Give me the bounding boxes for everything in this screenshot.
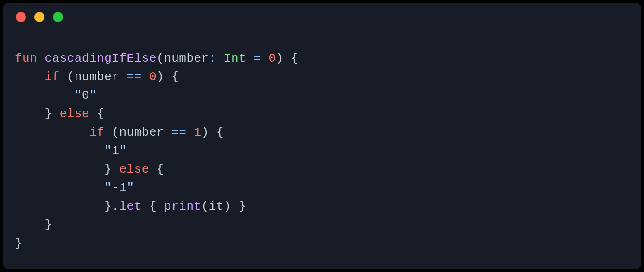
- type-int: Int: [224, 51, 246, 65]
- fn-print: print: [164, 199, 202, 213]
- minimize-icon[interactable]: [34, 12, 44, 22]
- dot-op: .: [112, 199, 119, 213]
- titlebar: [3, 3, 641, 31]
- lbrace: {: [216, 125, 224, 139]
- rparen: ): [202, 125, 209, 139]
- default-zero: 0: [269, 51, 276, 65]
- rparen: ): [276, 51, 284, 65]
- keyword-else: else: [119, 162, 149, 176]
- rbrace: }: [239, 199, 246, 213]
- code-block: fun cascadingIfElse(number: Int = 0) { i…: [15, 49, 629, 260]
- lbrace: {: [157, 162, 164, 176]
- keyword-if: if: [44, 70, 59, 84]
- rbrace: }: [44, 107, 52, 121]
- keyword-fun: fun: [15, 51, 37, 65]
- literal-one: 1: [194, 125, 202, 139]
- literal-zero: 0: [149, 70, 157, 84]
- rparen: ): [157, 70, 164, 84]
- code-window: fun cascadingIfElse(number: Int = 0) { i…: [3, 3, 641, 269]
- lbrace: {: [149, 199, 157, 213]
- rbrace: }: [15, 236, 22, 250]
- rbrace: }: [104, 199, 112, 213]
- ident-number: number: [119, 125, 164, 139]
- lparen: (: [202, 199, 209, 213]
- rbrace: }: [44, 218, 52, 232]
- rbrace: }: [104, 162, 112, 176]
- string-one: "1": [104, 144, 126, 158]
- lbrace: {: [97, 107, 104, 121]
- lparen: (: [157, 51, 164, 65]
- lparen: (: [67, 70, 75, 84]
- method-let: let: [119, 199, 141, 213]
- lbrace: {: [171, 70, 179, 84]
- function-name: cascadingIfElse: [44, 51, 157, 65]
- keyword-if: if: [89, 125, 104, 139]
- lbrace: {: [291, 51, 298, 65]
- string-zero: "0": [75, 88, 97, 102]
- assign-op: =: [253, 51, 261, 65]
- lparen: (: [112, 125, 119, 139]
- eq-op: ==: [127, 70, 142, 84]
- ident-number: number: [75, 70, 120, 84]
- string-neg-one: "-1": [104, 181, 134, 195]
- keyword-else: else: [60, 107, 89, 121]
- colon: :: [209, 51, 216, 65]
- zoom-icon[interactable]: [53, 12, 63, 22]
- rparen: ): [224, 199, 231, 213]
- param-name: number: [164, 51, 209, 65]
- eq-op: ==: [171, 125, 186, 139]
- ident-it: it: [209, 199, 224, 213]
- close-icon[interactable]: [16, 12, 26, 22]
